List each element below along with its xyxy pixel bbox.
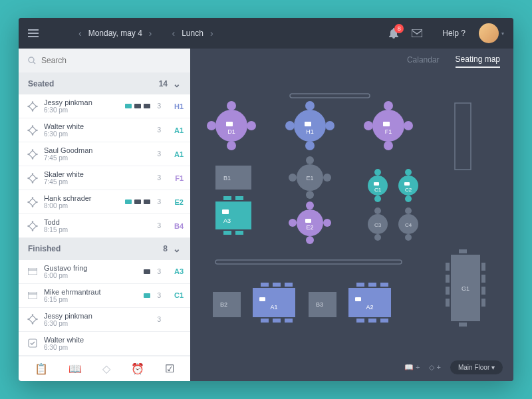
messages-button[interactable]	[412, 29, 422, 37]
meal-prev[interactable]: ‹	[172, 28, 176, 39]
svg-rect-94	[305, 219, 311, 223]
floor-plan[interactable]: D1 H1 F1	[190, 74, 513, 381]
svg-rect-18	[29, 174, 36, 182]
svg-point-7	[36, 105, 37, 106]
svg-text:G1: G1	[462, 285, 469, 292]
svg-text:A1: A1	[270, 304, 277, 311]
svg-rect-83	[223, 196, 231, 200]
search-input[interactable]	[41, 56, 181, 65]
svg-point-68	[306, 191, 314, 199]
list-item[interactable]: Hank schrader8:00 pm3E2	[19, 190, 190, 214]
chevron-down-icon[interactable]: ⌄	[173, 243, 181, 254]
svg-point-69	[289, 174, 297, 182]
add-table-button[interactable]: ◇ +	[429, 363, 440, 372]
table-icon[interactable]: ◇	[102, 362, 110, 375]
svg-point-61	[404, 121, 413, 130]
table-H1[interactable]: H1	[285, 101, 334, 150]
table-A3[interactable]: A3	[215, 196, 251, 235]
svg-point-16	[27, 153, 29, 154]
svg-point-59	[384, 141, 393, 150]
list-item[interactable]: Mike ehrmantraut6:15 pm3C1	[19, 284, 190, 308]
list-item[interactable]: Jessy pinkman6:30 pm3	[19, 308, 190, 332]
table-A2[interactable]: A2	[348, 283, 391, 323]
svg-text:E1: E1	[306, 175, 313, 182]
help-link[interactable]: Help ?	[442, 29, 466, 38]
chevron-down-icon: ▾	[501, 31, 504, 37]
svg-point-102	[405, 234, 412, 241]
list-item[interactable]: Walter white6:30 pm3A1	[19, 118, 190, 142]
svg-point-24	[32, 197, 33, 198]
list-item[interactable]: Todd8:15 pm3B4	[19, 214, 190, 238]
main-area: Calandar Seating map D1	[190, 49, 513, 381]
svg-point-9	[32, 125, 33, 126]
row-name: Mike ehrmantraut	[44, 288, 144, 296]
table-B2[interactable]: B2	[213, 292, 241, 317]
table-E2[interactable]: E2	[289, 201, 331, 244]
svg-rect-136	[459, 323, 467, 327]
chevron-down-icon[interactable]: ⌄	[173, 78, 181, 89]
add-area-button[interactable]: 📖 +	[404, 363, 420, 372]
table-C4[interactable]: C4	[398, 207, 418, 241]
svg-point-90	[306, 201, 314, 209]
list-item[interactable]: Walter white6:30 pm	[19, 332, 190, 356]
row-time: 6:30 pm	[44, 320, 150, 327]
svg-text:B1: B1	[223, 175, 231, 182]
row-name: Jessy pinkman	[44, 98, 125, 106]
table-C1[interactable]: C1	[368, 169, 388, 202]
table-B1[interactable]: B1	[215, 166, 251, 190]
svg-point-78	[405, 169, 412, 176]
row-tags	[125, 200, 150, 204]
section-seated-header[interactable]: Seated 14 ⌄	[19, 72, 190, 94]
svg-rect-117	[348, 288, 391, 317]
user-menu[interactable]: ▾	[479, 23, 504, 43]
section-finished-header[interactable]: Finished 8 ⌄	[19, 238, 190, 260]
table-B3[interactable]: B3	[309, 292, 336, 317]
date-next[interactable]: ›	[149, 28, 152, 39]
floor-selector[interactable]: Main Floor ▾	[450, 360, 503, 374]
date-nav: ‹ Monday, may 4 ›	[78, 28, 152, 39]
table-G1[interactable]: G1	[446, 249, 485, 327]
date-label: Monday, may 4	[88, 29, 142, 38]
svg-rect-108	[273, 283, 281, 287]
clipboard-icon[interactable]: 📋	[35, 362, 48, 375]
svg-point-38	[32, 314, 33, 315]
table-C2[interactable]: C2	[398, 169, 418, 202]
search-bar[interactable]	[19, 49, 190, 72]
svg-rect-85	[223, 231, 231, 235]
svg-rect-120	[380, 283, 388, 287]
list-item[interactable]: Gustavo fring6:00 pm3A3	[19, 260, 190, 284]
svg-rect-107	[261, 283, 269, 287]
tab-calendar[interactable]: Calandar	[407, 55, 440, 67]
list-item[interactable]: Saul Goodman7:45 pm3A1	[19, 142, 190, 166]
menu-icon[interactable]	[28, 29, 39, 37]
notifications-button[interactable]: 8	[389, 28, 398, 39]
date-prev[interactable]: ‹	[78, 28, 82, 39]
check-icon[interactable]: ☑	[165, 362, 174, 375]
tab-seating-map[interactable]: Seating map	[456, 55, 500, 68]
seated-list: Jessy pinkman6:30 pm3H1Walter white6:30 …	[19, 94, 190, 238]
wall	[215, 260, 402, 264]
row-party: 3	[154, 292, 161, 299]
table-F1[interactable]: F1	[364, 101, 413, 150]
svg-point-12	[36, 129, 37, 130]
list-item[interactable]: Skaler white7:45 pm3F1	[19, 166, 190, 190]
row-tags	[125, 104, 150, 108]
svg-rect-118	[356, 283, 364, 287]
svg-text:C3: C3	[374, 222, 382, 228]
row-party: 3	[154, 198, 161, 205]
section-finished-count: 8	[163, 244, 168, 253]
svg-text:D1: D1	[227, 128, 235, 135]
meal-nav: ‹ Lunch ›	[172, 28, 213, 39]
list-item[interactable]: Jessy pinkman6:30 pm3H1	[19, 94, 190, 118]
svg-point-70	[323, 174, 331, 182]
table-A1[interactable]: A1	[253, 283, 295, 323]
svg-point-54	[325, 121, 334, 130]
table-C3[interactable]: C3	[368, 207, 388, 241]
svg-rect-23	[29, 198, 36, 205]
svg-point-45	[227, 141, 236, 150]
book-icon[interactable]: 📖	[68, 362, 82, 375]
table-E1[interactable]: E1	[289, 156, 331, 199]
clock-icon[interactable]: ⏰	[131, 362, 144, 375]
meal-next[interactable]: ›	[210, 28, 213, 39]
table-D1[interactable]: D1	[207, 101, 256, 150]
